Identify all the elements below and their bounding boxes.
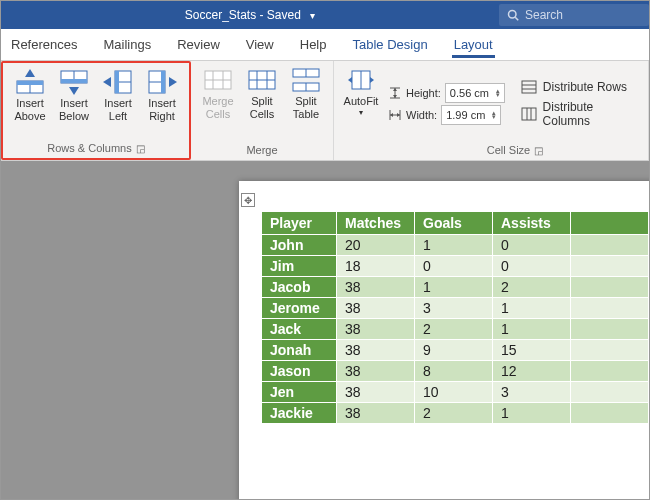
cell-matches[interactable]: 38 (337, 340, 415, 361)
cell-assists[interactable]: 1 (493, 298, 571, 319)
tab-review[interactable]: Review (175, 31, 222, 60)
cell-player[interactable]: Jason (262, 361, 337, 382)
split-table-button[interactable]: Split Table (285, 65, 327, 142)
group-rows-columns: Insert Above Insert Below Insert Left In… (1, 61, 191, 160)
cell-assists[interactable]: 2 (493, 277, 571, 298)
table-row[interactable]: Jack3821 (262, 319, 649, 340)
page[interactable]: ✥ Player Matches Goals Assists John2010J… (239, 181, 649, 500)
table-row[interactable]: Jerome3831 (262, 298, 649, 319)
cell-trailing[interactable] (571, 382, 649, 403)
col-header[interactable]: Goals (415, 212, 493, 235)
cell-matches[interactable]: 38 (337, 298, 415, 319)
cell-trailing[interactable] (571, 340, 649, 361)
insert-right-button[interactable]: Insert Right (141, 67, 183, 140)
cell-player[interactable]: Jerome (262, 298, 337, 319)
cell-goals[interactable]: 2 (415, 319, 493, 340)
table-row[interactable]: Jason38812 (262, 361, 649, 382)
cell-trailing[interactable] (571, 319, 649, 340)
table-header-row[interactable]: Player Matches Goals Assists (262, 212, 649, 235)
cell-trailing[interactable] (571, 361, 649, 382)
cell-trailing[interactable] (571, 235, 649, 256)
cell-player[interactable]: Jack (262, 319, 337, 340)
tab-table-design[interactable]: Table Design (351, 31, 430, 60)
cell-matches[interactable]: 38 (337, 403, 415, 424)
cell-player[interactable]: Jacob (262, 277, 337, 298)
document-area[interactable]: ✥ Player Matches Goals Assists John2010J… (1, 161, 649, 500)
distribute-columns-button[interactable]: Distribute Columns (521, 100, 642, 128)
cell-player[interactable]: Jonah (262, 340, 337, 361)
cell-goals[interactable]: 2 (415, 403, 493, 424)
cell-player[interactable]: John (262, 235, 337, 256)
cell-goals[interactable]: 0 (415, 256, 493, 277)
split-cells-button[interactable]: Split Cells (241, 65, 283, 142)
insert-below-button[interactable]: Insert Below (53, 67, 95, 140)
tab-view[interactable]: View (244, 31, 276, 60)
cell-assists[interactable]: 0 (493, 256, 571, 277)
tab-layout[interactable]: Layout (452, 31, 495, 60)
cell-player[interactable]: Jim (262, 256, 337, 277)
cell-assists[interactable]: 1 (493, 403, 571, 424)
col-width-icon (388, 108, 402, 122)
cell-assists[interactable]: 15 (493, 340, 571, 361)
cell-goals[interactable]: 9 (415, 340, 493, 361)
cell-trailing[interactable] (571, 298, 649, 319)
insert-above-button[interactable]: Insert Above (9, 67, 51, 140)
cell-matches[interactable]: 38 (337, 277, 415, 298)
data-table[interactable]: Player Matches Goals Assists John2010Jim… (261, 211, 649, 424)
col-header[interactable] (571, 212, 649, 235)
group-label-rows-columns: Rows & Columns (47, 142, 131, 154)
cell-goals[interactable]: 8 (415, 361, 493, 382)
cell-goals[interactable]: 1 (415, 235, 493, 256)
autofit-button[interactable]: AutoFit ▾ (340, 65, 382, 142)
title-dropdown-icon[interactable]: ▾ (310, 10, 315, 21)
cell-goals[interactable]: 1 (415, 277, 493, 298)
search-box[interactable]: Search (499, 4, 649, 26)
group-label-cell-size: Cell Size (487, 144, 530, 156)
spinner-arrows-icon[interactable]: ▴▾ (496, 89, 500, 96)
table-row[interactable]: Jonah38915 (262, 340, 649, 361)
table-row[interactable]: John2010 (262, 235, 649, 256)
svg-line-1 (515, 17, 518, 20)
cell-goals[interactable]: 10 (415, 382, 493, 403)
cell-assists[interactable]: 0 (493, 235, 571, 256)
tab-help[interactable]: Help (298, 31, 329, 60)
cell-trailing[interactable] (571, 403, 649, 424)
col-header[interactable]: Player (262, 212, 337, 235)
tab-mailings[interactable]: Mailings (101, 31, 153, 60)
insert-left-button[interactable]: Insert Left (97, 67, 139, 140)
spinner-arrows-icon[interactable]: ▴▾ (492, 111, 496, 118)
height-input[interactable]: 0.56 cm ▴▾ (445, 83, 505, 103)
svg-rect-10 (115, 71, 119, 93)
cell-assists[interactable]: 1 (493, 319, 571, 340)
width-input[interactable]: 1.99 cm ▴▾ (441, 105, 501, 125)
cell-trailing[interactable] (571, 256, 649, 277)
tab-references[interactable]: References (9, 31, 79, 60)
cell-matches[interactable]: 20 (337, 235, 415, 256)
cell-matches[interactable]: 38 (337, 382, 415, 403)
cell-trailing[interactable] (571, 277, 649, 298)
cell-matches[interactable]: 38 (337, 361, 415, 382)
dialog-launcher-icon[interactable]: ◲ (534, 145, 543, 156)
table-move-handle[interactable]: ✥ (241, 193, 255, 207)
table-row[interactable]: Jackie3821 (262, 403, 649, 424)
cell-matches[interactable]: 18 (337, 256, 415, 277)
cell-assists[interactable]: 12 (493, 361, 571, 382)
distribute-rows-icon (521, 80, 537, 94)
table-row[interactable]: Jen38103 (262, 382, 649, 403)
ribbon: Insert Above Insert Below Insert Left In… (1, 61, 649, 161)
document-filename: Soccer_Stats (185, 8, 256, 22)
cell-matches[interactable]: 38 (337, 319, 415, 340)
distribute-rows-button[interactable]: Distribute Rows (521, 80, 642, 94)
merge-cells-button: Merge Cells (197, 65, 239, 142)
table-row[interactable]: Jacob3812 (262, 277, 649, 298)
table-row[interactable]: Jim1800 (262, 256, 649, 277)
col-header[interactable]: Matches (337, 212, 415, 235)
cell-player[interactable]: Jackie (262, 403, 337, 424)
cell-goals[interactable]: 3 (415, 298, 493, 319)
cell-assists[interactable]: 3 (493, 382, 571, 403)
merge-cells-icon (203, 67, 233, 93)
cell-player[interactable]: Jen (262, 382, 337, 403)
group-merge: Merge Cells Split Cells Split Table Merg… (191, 61, 334, 160)
col-header[interactable]: Assists (493, 212, 571, 235)
dialog-launcher-icon[interactable]: ◲ (136, 143, 145, 154)
